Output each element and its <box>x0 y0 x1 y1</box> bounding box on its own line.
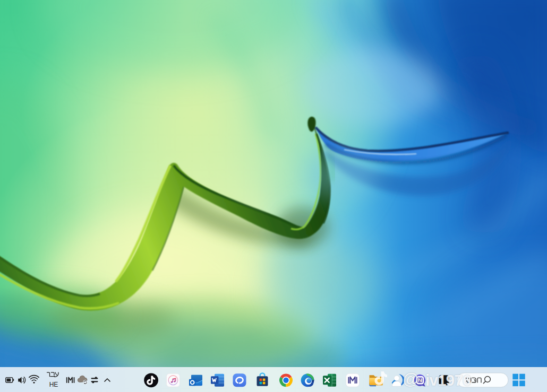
svg-text:HE: HE <box>49 381 58 388</box>
